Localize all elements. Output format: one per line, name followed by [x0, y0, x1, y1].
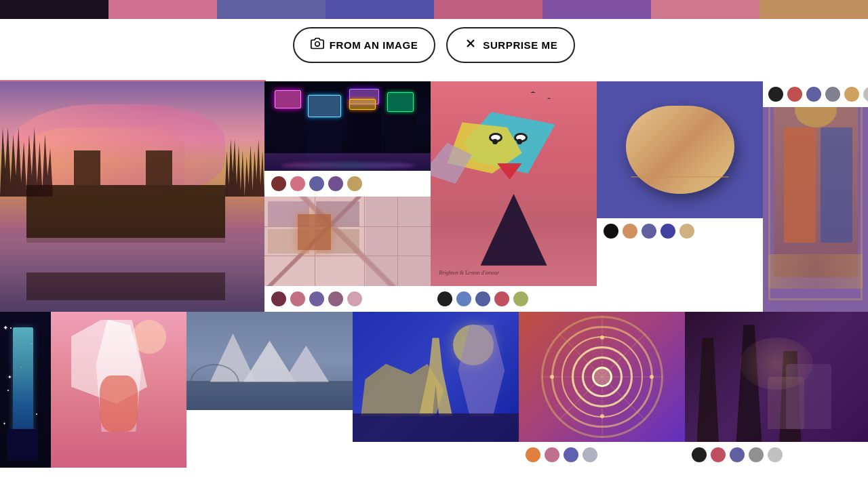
gallery-row-1: Brighton & Lemon d'amour	[0, 81, 868, 312]
mandala-palette	[519, 442, 685, 468]
swatch[interactable]	[768, 87, 783, 102]
swatch[interactable]	[863, 87, 868, 102]
swatch[interactable]	[475, 291, 490, 306]
camera-icon	[311, 37, 324, 54]
gallery-row-2: ✦ ✦ ✦	[0, 312, 868, 468]
swatch[interactable]	[290, 291, 305, 306]
color-bar-segment-8	[760, 0, 868, 19]
swatch[interactable]	[844, 87, 859, 102]
swatch[interactable]	[328, 176, 343, 191]
gallery-item-abstract-birds[interactable]: Brighton & Lemon d'amour	[431, 81, 597, 312]
swatch[interactable]	[730, 447, 745, 462]
swatch[interactable]	[806, 87, 821, 102]
swatch[interactable]	[290, 176, 305, 191]
swatch[interactable]	[309, 291, 324, 306]
gallery-item-sunset-temple[interactable]	[0, 81, 264, 312]
swatch[interactable]	[494, 291, 509, 306]
swatch[interactable]	[328, 291, 343, 306]
gallery-item-space[interactable]: ✦ ✦ ✦	[0, 312, 51, 468]
swatch[interactable]	[545, 447, 559, 462]
gallery-item-painting-decor[interactable]	[763, 81, 868, 312]
swatch[interactable]	[825, 87, 840, 102]
swatch[interactable]	[271, 176, 286, 191]
gallery-item-forest-painting[interactable]	[685, 312, 868, 468]
gallery-item-geometric[interactable]	[264, 197, 431, 312]
gallery: Brighton & Lemon d'amour	[0, 81, 868, 468]
gallery-item-shell[interactable]	[597, 81, 763, 244]
gallery-item-dancer[interactable]	[51, 312, 186, 468]
gallery-item-mandala[interactable]	[519, 312, 685, 468]
swatch[interactable]	[679, 224, 694, 239]
svg-point-0	[315, 42, 319, 47]
swatch[interactable]	[583, 447, 597, 462]
swatch[interactable]	[347, 176, 362, 191]
shuffle-icon	[464, 37, 477, 54]
gallery-item-opera-house[interactable]	[186, 312, 353, 430]
color-bar-segment-1	[0, 0, 108, 19]
swatch[interactable]	[711, 447, 726, 462]
swatch[interactable]	[564, 447, 578, 462]
color-bar-segment-5	[434, 0, 542, 19]
swatch[interactable]	[749, 447, 764, 462]
swatch[interactable]	[604, 224, 618, 239]
color-bar-segment-2	[108, 0, 217, 19]
geometric-palette	[264, 286, 431, 312]
forest-painting-palette	[685, 442, 868, 468]
swatch[interactable]	[513, 291, 528, 306]
swatch[interactable]	[692, 447, 707, 462]
swatch[interactable]	[437, 291, 452, 306]
swatch[interactable]	[526, 447, 540, 462]
neon-city-palette	[264, 171, 431, 197]
gallery-col-2	[264, 81, 431, 312]
opera-house-palette	[186, 410, 353, 430]
gallery-item-neon-city[interactable]	[264, 81, 431, 197]
surprise-me-label: SURPRISE ME	[483, 39, 557, 51]
from-image-label: FROM AN IMAGE	[330, 39, 418, 51]
abstract-birds-palette	[431, 286, 597, 312]
toolbar: FROM AN IMAGE SURPRISE ME	[0, 27, 868, 63]
color-bar-segment-3	[217, 0, 326, 19]
swatch[interactable]	[347, 291, 362, 306]
swatch[interactable]	[660, 224, 675, 239]
from-image-button[interactable]: FROM AN IMAGE	[293, 27, 436, 63]
surprise-me-button[interactable]: SURPRISE ME	[446, 27, 575, 63]
mythology-palette	[353, 442, 519, 468]
swatch[interactable]	[642, 224, 656, 239]
swatch[interactable]	[271, 291, 286, 306]
swatch[interactable]	[768, 447, 783, 462]
swatch[interactable]	[623, 224, 637, 239]
color-palette-bar	[0, 0, 868, 19]
shell-palette	[597, 218, 763, 244]
color-bar-segment-7	[651, 0, 760, 19]
swatch[interactable]	[456, 291, 471, 306]
color-bar-segment-6	[542, 0, 651, 19]
swatch[interactable]	[787, 87, 802, 102]
gallery-item-mythology[interactable]	[353, 312, 519, 468]
swatch[interactable]	[309, 176, 324, 191]
color-bar-segment-4	[326, 0, 434, 19]
gallery-col-4	[597, 81, 763, 312]
